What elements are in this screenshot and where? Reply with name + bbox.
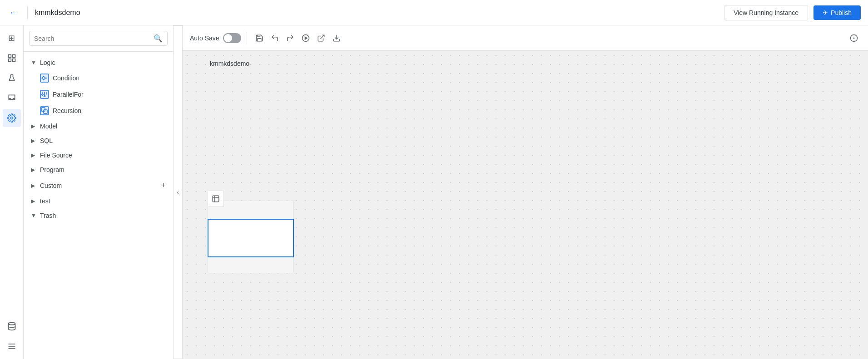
canvas-settings-button[interactable] xyxy=(847,31,861,45)
sql-chevron: ▶ xyxy=(31,138,37,144)
sidebar-icon-database[interactable] xyxy=(3,317,21,335)
custom-label: Custom xyxy=(40,182,62,189)
parallel-icon xyxy=(40,90,49,99)
canvas-area: Auto Save xyxy=(183,25,868,359)
header-divider xyxy=(27,6,28,19)
parallelfor-item[interactable]: ParallelFor ⋮⋮ xyxy=(24,86,173,103)
filesource-label: File Source xyxy=(40,152,72,159)
sidebar-icon-grid[interactable]: ⊞ xyxy=(3,29,21,47)
model-label: Model xyxy=(40,123,57,130)
svg-point-5 xyxy=(8,323,15,325)
search-input[interactable] xyxy=(34,35,150,42)
svg-rect-0 xyxy=(8,55,11,58)
header: ← kmmkdsdemo View Running Instance ✈ Pub… xyxy=(0,0,868,25)
search-box: 🔍 xyxy=(24,25,173,52)
trash-category[interactable]: ▼ Trash xyxy=(24,208,173,223)
redo-button[interactable] xyxy=(283,31,297,45)
program-label: Program xyxy=(40,166,64,173)
canvas-node-icon-button[interactable] xyxy=(208,191,224,207)
sidebar-icon-inbox[interactable] xyxy=(3,89,21,107)
toggle-knob xyxy=(224,34,232,42)
test-category[interactable]: ▶ test xyxy=(24,194,173,208)
custom-chevron: ▶ xyxy=(31,182,37,189)
component-panel: 🔍 ▼ Logic Condition ⋮⋮ xyxy=(24,25,174,359)
test-label: test xyxy=(40,197,50,205)
sidebar-icon-layers[interactable] xyxy=(3,49,21,67)
icon-sidebar: ⊞ xyxy=(0,25,24,359)
auto-save-toggle[interactable] xyxy=(223,33,241,43)
project-title: kmmkdsdemo xyxy=(35,9,719,17)
sidebar-icon-bottom[interactable] xyxy=(3,337,21,355)
import-button[interactable] xyxy=(330,31,343,45)
toolbar: Auto Save xyxy=(183,25,868,51)
custom-category[interactable]: ▶ Custom + xyxy=(24,177,173,194)
svg-rect-1 xyxy=(12,55,15,58)
search-input-wrap: 🔍 xyxy=(29,31,168,46)
canvas-node-inner[interactable] xyxy=(208,219,294,257)
parallelfor-label: ParallelFor xyxy=(53,91,148,98)
condition-label: Condition xyxy=(53,74,148,82)
canvas[interactable]: kmmkdsdemo xyxy=(183,51,868,359)
filesource-chevron: ▶ xyxy=(31,152,37,158)
auto-save-label: Auto Save xyxy=(190,34,219,42)
recursion-item[interactable]: Recursion ⋮⋮ xyxy=(24,103,173,119)
canvas-title: kmmkdsdemo xyxy=(210,60,249,67)
logic-category[interactable]: ▼ Logic xyxy=(24,55,173,70)
tree-list: ▼ Logic Condition ⋮⋮ P xyxy=(24,52,173,359)
publish-label: Publish xyxy=(831,9,852,16)
svg-line-17 xyxy=(320,35,324,39)
svg-point-20 xyxy=(853,38,854,39)
svg-rect-2 xyxy=(8,59,11,62)
condition-icon xyxy=(40,74,49,83)
sidebar-icon-flask[interactable] xyxy=(3,69,21,87)
back-button[interactable]: ← xyxy=(7,5,20,20)
export-button[interactable] xyxy=(314,31,328,45)
save-button[interactable] xyxy=(253,31,266,45)
publish-button[interactable]: ✈ Publish xyxy=(813,5,861,20)
logic-chevron: ▼ xyxy=(31,59,37,66)
undo-button[interactable] xyxy=(268,31,282,45)
custom-add-icon[interactable]: + xyxy=(161,181,166,190)
model-chevron: ▶ xyxy=(31,123,37,129)
svg-marker-16 xyxy=(305,37,307,39)
sql-label: SQL xyxy=(40,137,53,144)
condition-item[interactable]: Condition ⋮⋮ xyxy=(24,70,173,86)
recursion-icon xyxy=(40,106,49,115)
sql-category[interactable]: ▶ SQL xyxy=(24,133,173,148)
program-category[interactable]: ▶ Program xyxy=(24,162,173,177)
view-running-instance-button[interactable]: View Running Instance xyxy=(724,5,808,20)
search-icon: 🔍 xyxy=(154,34,163,43)
svg-rect-21 xyxy=(213,196,219,202)
svg-rect-3 xyxy=(12,59,15,62)
collapse-panel-button[interactable]: ‹ xyxy=(174,25,183,359)
model-category[interactable]: ▶ Model xyxy=(24,119,173,133)
toolbar-separator-1 xyxy=(247,32,247,44)
program-chevron: ▶ xyxy=(31,167,37,173)
recursion-label: Recursion xyxy=(53,107,148,114)
test-chevron: ▶ xyxy=(31,198,37,204)
filesource-category[interactable]: ▶ File Source xyxy=(24,148,173,162)
sidebar-icon-settings[interactable] xyxy=(3,109,21,127)
svg-point-4 xyxy=(10,117,13,119)
run-button[interactable] xyxy=(299,31,312,45)
publish-icon: ✈ xyxy=(823,9,828,16)
trash-chevron: ▼ xyxy=(31,212,37,219)
trash-label: Trash xyxy=(40,212,56,219)
logic-label: Logic xyxy=(40,59,55,66)
main-layout: ⊞ 🔍 xyxy=(0,25,868,359)
